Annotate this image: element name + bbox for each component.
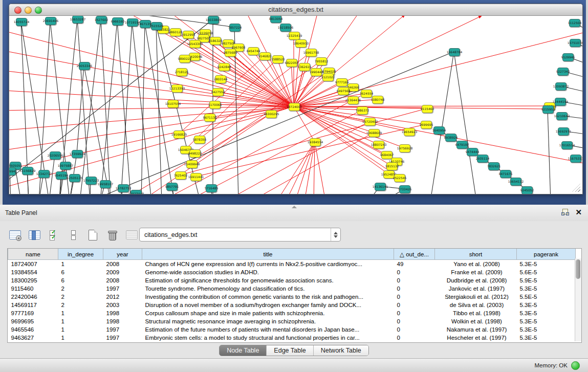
cell-year[interactable]: 1998: [103, 309, 142, 317]
graph-node[interactable]: 21364436: [347, 96, 359, 104]
cell-short[interactable]: Wolkin et al. (1998): [435, 317, 517, 325]
graph-node[interactable]: 7625402: [175, 171, 186, 180]
graph-node[interactable]: 1362615: [299, 63, 310, 71]
column-header-year[interactable]: year: [103, 249, 142, 260]
graph-node[interactable]: 12325419: [289, 32, 300, 40]
cell-out_degree[interactable]: 0: [394, 334, 435, 342]
graph-node[interactable]: 11409948: [186, 160, 198, 168]
graph-node[interactable]: 22420046: [189, 53, 200, 61]
cell-pagerank[interactable]: 5.6E-5: [517, 268, 576, 276]
graph-node[interactable]: 8938924: [445, 134, 456, 142]
table-scrollbar-thumb[interactable]: [576, 259, 580, 279]
graph-node[interactable]: 19166825: [173, 130, 185, 139]
graph-node[interactable]: 8471676: [500, 170, 511, 178]
graph-node[interactable]: 1170066: [209, 101, 221, 109]
cell-name[interactable]: 9463627: [8, 334, 58, 342]
cell-out_degree[interactable]: 0: [394, 317, 435, 325]
cell-in_degree[interactable]: 1: [58, 325, 103, 334]
graph-node[interactable]: 6822057: [286, 59, 297, 67]
cell-name[interactable]: 18300295: [8, 276, 58, 285]
graph-node[interactable]: 9115460: [422, 105, 433, 113]
cell-year[interactable]: 2008: [103, 276, 142, 285]
cell-out_degree[interactable]: 0: [394, 285, 435, 293]
cell-short[interactable]: Tibbo et al. (1998): [435, 309, 517, 317]
graph-node[interactable]: 18807243: [373, 141, 384, 149]
graph-node[interactable]: 19218506: [280, 24, 291, 32]
cell-name[interactable]: 9115460: [8, 285, 58, 293]
cell-title[interactable]: Structural magnetic resonance image aver…: [142, 317, 394, 325]
graph-node[interactable]: 16543392: [189, 40, 201, 48]
table-row[interactable]: 1938455462009Genome-wide association stu…: [8, 268, 576, 276]
graph-node[interactable]: 12093872: [555, 82, 567, 91]
cell-name[interactable]: 9699695: [8, 317, 58, 325]
graph-node[interactable]: 10653287: [72, 16, 83, 24]
network-window-titlebar[interactable]: citations_edges.txt: [9, 4, 582, 16]
cell-in_degree[interactable]: 1: [58, 334, 103, 342]
graph-node[interactable]: 9215953: [542, 105, 554, 114]
graph-node[interactable]: 9242848: [219, 63, 230, 71]
cell-in_degree[interactable]: 1: [58, 309, 103, 317]
graph-node[interactable]: 1527602: [96, 16, 107, 24]
graph-node[interactable]: 6479197: [456, 141, 468, 149]
cell-year[interactable]: 1997: [103, 325, 142, 334]
graph-node[interactable]: 11156829: [22, 167, 33, 175]
graph-node[interactable]: 12213393: [171, 84, 183, 93]
cell-short[interactable]: Yano et al. (2008): [435, 260, 517, 269]
graph-node[interactable]: 18640910: [295, 39, 307, 48]
graph-node[interactable]: 14671355: [140, 20, 151, 28]
cell-title[interactable]: Disruption of a novel member of a sodium…: [142, 301, 394, 309]
cell-out_degree[interactable]: 0: [394, 268, 435, 276]
graph-node[interactable]: 9146821: [259, 52, 271, 60]
memory-status-icon[interactable]: [571, 361, 580, 370]
graph-node[interactable]: 8186328: [210, 37, 221, 45]
table-row[interactable]: 946554611997Estimation of the future num…: [8, 325, 576, 334]
column-header-short[interactable]: short: [435, 249, 517, 260]
graph-node[interactable]: 9890222: [179, 55, 190, 63]
cell-year[interactable]: 1997: [103, 334, 142, 342]
graph-node[interactable]: 9857791: [166, 183, 178, 191]
cell-in_degree[interactable]: 2: [58, 293, 103, 301]
graph-node[interactable]: 10975887: [60, 162, 71, 170]
graph-node[interactable]: 17359924: [72, 150, 83, 158]
graph-node[interactable]: 18300295: [266, 110, 277, 118]
cell-name[interactable]: 22420046: [8, 293, 58, 301]
cell-name[interactable]: 9777169: [8, 309, 58, 317]
graph-node[interactable]: 9699695: [421, 121, 432, 129]
graph-node[interactable]: 9777169: [336, 78, 347, 86]
graph-node[interactable]: 16911441: [190, 173, 202, 181]
cell-out_degree[interactable]: 0: [394, 325, 435, 334]
cell-title[interactable]: Investigating the contribution of common…: [142, 293, 394, 301]
graph-node[interactable]: 1588520: [272, 55, 284, 63]
cell-year[interactable]: 2003: [103, 301, 142, 309]
cell-pagerank[interactable]: 5.9E-5: [517, 276, 576, 285]
cell-out_degree[interactable]: 0: [394, 276, 435, 285]
table-selector-dropdown[interactable]: citations_edges.txt: [139, 228, 341, 242]
graph-node[interactable]: 1080748: [372, 96, 383, 104]
graph-node[interactable]: 6497568: [338, 87, 349, 95]
graph-node[interactable]: 2935114: [477, 155, 488, 163]
graph-node[interactable]: 12444194: [555, 98, 566, 106]
table-columns-icon[interactable]: [28, 229, 41, 241]
column-header-in_degree[interactable]: in_degree: [58, 249, 103, 260]
graph-node[interactable]: 18107554: [167, 100, 179, 108]
graph-node[interactable]: 1990448: [311, 68, 322, 76]
graph-node[interactable]: 17016514: [561, 141, 573, 149]
graph-node[interactable]: 1733426: [399, 185, 410, 193]
graph-node[interactable]: 16033809: [208, 16, 219, 24]
rows-icon[interactable]: [67, 229, 80, 241]
graph-node[interactable]: 8671130: [204, 114, 215, 122]
graph-node[interactable]: 1815132: [386, 162, 398, 170]
graph-node[interactable]: 18724007: [289, 103, 300, 111]
graph-node[interactable]: 16210643: [556, 112, 568, 120]
cell-short[interactable]: de Silva et al. (2003): [435, 301, 517, 309]
cell-title[interactable]: Embryonic stem cells: a model to study s…: [142, 334, 394, 342]
cell-in_degree[interactable]: 6: [58, 268, 103, 276]
cell-pagerank[interactable]: 5.3E-5: [517, 285, 576, 293]
graph-node[interactable]: 14055724: [16, 18, 27, 26]
cell-pagerank[interactable]: 5.3E-5: [517, 260, 576, 269]
cell-out_degree[interactable]: 49: [394, 260, 435, 269]
graph-node[interactable]: 15692971: [558, 127, 569, 136]
cell-pagerank[interactable]: 5.3E-5: [517, 317, 576, 325]
cell-in_degree[interactable]: 2: [58, 285, 103, 293]
graph-node[interactable]: 9129946: [562, 53, 574, 61]
